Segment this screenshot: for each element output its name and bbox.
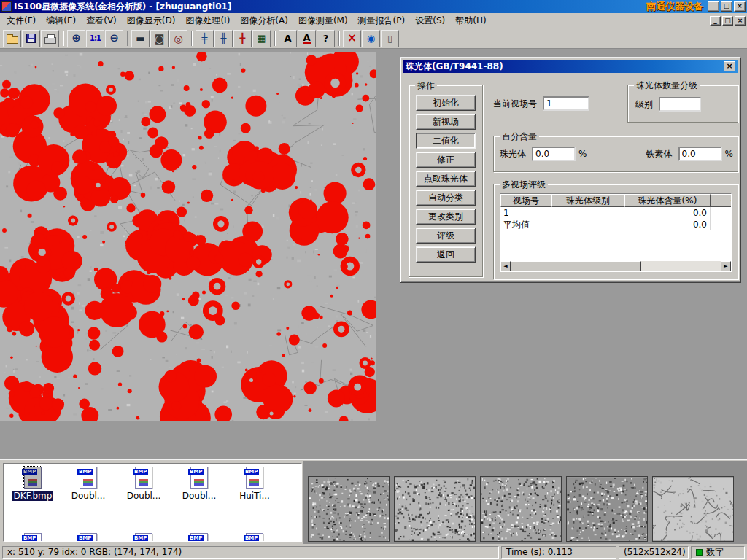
dialog-close-button[interactable]: × xyxy=(724,61,735,71)
file-item-0[interactable]: BMPDKF.bmp xyxy=(5,464,61,501)
op-button-2[interactable]: 二值化 xyxy=(416,133,476,149)
open-icon[interactable] xyxy=(3,30,21,47)
title-maximize-button[interactable]: □ xyxy=(721,1,732,12)
file-name: HuiTi... xyxy=(238,491,271,501)
menubar: 文件(F)编辑(E)查看(V)图像显示(D)图像处理(I)图像分析(A)图像测量… xyxy=(0,13,747,28)
op-button-0[interactable]: 初始化 xyxy=(416,95,476,111)
file-item-partial-0[interactable]: BMP xyxy=(5,530,61,542)
op-button-6[interactable]: 更改类别 xyxy=(416,209,476,225)
file-item-4[interactable]: BMPHuiTi... xyxy=(227,464,282,501)
child-restore-button[interactable]: □ xyxy=(722,16,733,26)
grid-icon[interactable]: ▦ xyxy=(252,30,271,47)
help-icon[interactable]: ? xyxy=(317,30,335,47)
child-minimize-button[interactable]: _ xyxy=(710,16,721,26)
pearlite-percent-input[interactable] xyxy=(532,147,576,161)
text-icon[interactable]: A xyxy=(279,30,297,47)
operations-group: 操作 初始化新视场二值化修正点取珠光体自动分类更改类别评级返回 xyxy=(409,85,483,277)
preview-icon[interactable]: ◉ xyxy=(362,30,380,47)
dialog-titlebar[interactable]: 珠光体(GB/T9441-88) × xyxy=(403,60,738,73)
bmp-file-icon: BMP xyxy=(135,533,152,542)
menu-item-4[interactable]: 图像处理(I) xyxy=(180,13,235,28)
table-header-3[interactable]: 铁素 xyxy=(711,194,732,207)
display-icon[interactable]: ▬ xyxy=(131,30,150,47)
vendor-watermark: 南通仪器设备 xyxy=(646,0,703,13)
file-item-3[interactable]: BMPDoubl... xyxy=(171,464,227,501)
menu-item-8[interactable]: 设置(S) xyxy=(410,13,450,28)
bmp-file-icon: BMP xyxy=(246,533,263,542)
metallograph-image[interactable] xyxy=(0,52,376,421)
delete-icon[interactable]: × xyxy=(343,30,361,47)
op-button-1[interactable]: 新视场 xyxy=(416,114,476,130)
file-item-partial-3[interactable]: BMP xyxy=(171,530,227,542)
file-item-partial-4[interactable]: BMP xyxy=(227,530,282,542)
rating-table: 视场号珠光体级别珠光体含量(%)铁素 10.0平均值0.0 ◄ ► xyxy=(500,193,732,272)
binarized-pearlite-image xyxy=(0,52,376,421)
file-item-2[interactable]: BMPDoubl... xyxy=(116,464,171,501)
scroll-right-button[interactable]: ► xyxy=(721,261,731,271)
file-item-1[interactable]: BMPDoubl... xyxy=(61,464,116,501)
multi-field-group: 多视场评级 视场号珠光体级别珠光体含量(%)铁素 10.0平均值0.0 ◄ ► xyxy=(493,184,738,279)
op-button-3[interactable]: 修正 xyxy=(416,152,476,168)
menu-item-6[interactable]: 图像测量(M) xyxy=(293,13,353,28)
bmp-file-icon: BMP xyxy=(190,467,208,489)
title-minimize-button[interactable]: _ xyxy=(708,1,719,12)
op-button-4[interactable]: 点取珠光体 xyxy=(416,171,476,187)
level-input[interactable] xyxy=(659,97,701,112)
table-row[interactable]: 10.0 xyxy=(500,207,731,219)
ruler-icon[interactable]: ▯ xyxy=(381,30,399,47)
grading-group-label: 珠光体数量分级 xyxy=(634,79,700,92)
file-item-partial-1[interactable]: BMP xyxy=(61,530,116,542)
op-button-7[interactable]: 评级 xyxy=(416,228,476,244)
measure-vertical-icon[interactable]: ╫ xyxy=(214,30,233,47)
scrollbar-thumb[interactable] xyxy=(511,261,641,271)
text-style-icon[interactable]: A xyxy=(298,30,316,47)
zoom-out-icon[interactable]: ⊖ xyxy=(105,30,123,47)
scrollbar-track[interactable] xyxy=(511,261,721,271)
menu-item-7[interactable]: 测量报告(P) xyxy=(353,13,411,28)
table-row[interactable]: 平均值0.0 xyxy=(500,219,731,230)
thumbnail-2[interactable] xyxy=(394,476,476,542)
table-header-0[interactable]: 视场号 xyxy=(500,194,551,207)
calibrate-icon[interactable]: ╋ xyxy=(233,30,252,47)
pearlite-dialog: 珠光体(GB/T9441-88) × 操作 初始化新视场二值化修正点取珠光体自动… xyxy=(400,57,741,283)
print-icon[interactable] xyxy=(41,30,59,47)
pearlite-label: 珠光体 xyxy=(500,148,526,160)
thumbnail-5[interactable] xyxy=(652,476,734,542)
thumbnail-3[interactable] xyxy=(480,476,562,542)
toolbar: ⊕1:1⊖▬◙◎╪╫╋▦AA?×◉▯ xyxy=(0,28,747,49)
actual-size-icon[interactable]: 1:1 xyxy=(86,30,104,47)
scroll-left-button[interactable]: ◄ xyxy=(500,261,511,271)
operations-group-label: 操作 xyxy=(415,79,437,92)
thumbnail-strip xyxy=(303,461,747,544)
child-close-button[interactable]: × xyxy=(735,16,746,26)
image-size-status: (512x512x24) xyxy=(619,546,689,559)
op-button-8[interactable]: 返回 xyxy=(416,246,476,262)
bmp-file-icon: BMP xyxy=(24,533,42,542)
menu-item-9[interactable]: 帮助(H) xyxy=(450,13,491,28)
measure-horizontal-icon[interactable]: ╪ xyxy=(196,30,214,47)
zoom-in-icon[interactable]: ⊕ xyxy=(67,30,85,47)
thumbnail-1[interactable] xyxy=(308,476,390,542)
table-header-1[interactable]: 珠光体级别 xyxy=(551,194,624,207)
menu-item-5[interactable]: 图像分析(A) xyxy=(235,13,293,28)
capture-icon[interactable]: ◎ xyxy=(169,30,187,47)
camera-icon[interactable]: ◙ xyxy=(150,30,169,47)
menu-item-3[interactable]: 图像显示(D) xyxy=(122,13,181,28)
dialog-title: 珠光体(GB/T9441-88) xyxy=(406,61,724,73)
current-field-input[interactable] xyxy=(543,96,589,111)
table-hscrollbar[interactable]: ◄ ► xyxy=(500,261,731,271)
table-header-2[interactable]: 珠光体含量(%) xyxy=(624,194,711,207)
pearlite-unit: % xyxy=(578,149,587,159)
time-status: Time (s): 0.113 xyxy=(501,546,616,559)
menu-item-0[interactable]: 文件(F) xyxy=(1,13,41,28)
menu-item-1[interactable]: 编辑(E) xyxy=(41,13,81,28)
menu-item-2[interactable]: 查看(V) xyxy=(81,13,122,28)
bmp-file-icon: BMP xyxy=(80,533,97,542)
title-close-button[interactable]: × xyxy=(734,1,746,12)
titlebar[interactable]: IS100显微摄像系统(金相分析版) - [zhuguangti01] 南通仪器… xyxy=(0,0,747,13)
ferrite-percent-input[interactable] xyxy=(678,147,722,161)
thumbnail-4[interactable] xyxy=(566,476,648,542)
file-item-partial-2[interactable]: BMP xyxy=(116,530,171,542)
op-button-5[interactable]: 自动分类 xyxy=(416,190,476,206)
save-icon[interactable] xyxy=(22,30,40,47)
